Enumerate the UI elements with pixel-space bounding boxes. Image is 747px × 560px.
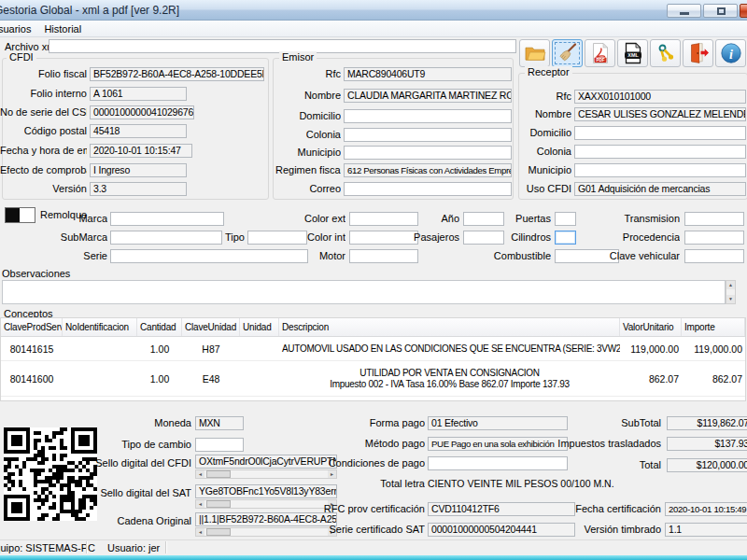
color-ext-label: Color ext: [278, 212, 345, 226]
procedencia-field[interactable]: [684, 231, 744, 245]
emisor-colonia-field[interactable]: [344, 128, 512, 142]
header-valorunitario[interactable]: ValorUnitario: [620, 318, 682, 336]
fecha-cert-label: Fecha certificación: [542, 502, 661, 516]
codigo-postal-field[interactable]: 45418: [90, 124, 187, 138]
receptor-rfc-label: Rfc: [509, 90, 571, 104]
xml-icon: XML: [622, 42, 644, 64]
close-button[interactable]: [740, 4, 747, 18]
clave-vehicular-field[interactable]: [684, 249, 744, 263]
window-bottom-edge: [0, 555, 747, 560]
observaciones-scrollbar[interactable]: ▲ ▼: [726, 280, 736, 304]
concepto-row[interactable]: 80141615 1.00 H87 AUTOMOVIL USADO EN LAS…: [1, 337, 745, 361]
impuestos-trasladados-field[interactable]: $137.93: [667, 437, 747, 451]
cell-claveunidad: H87: [182, 343, 240, 355]
scroll-up-icon[interactable]: ▲: [726, 281, 735, 289]
motor-label: Motor: [278, 249, 345, 263]
color-int-field[interactable]: [349, 231, 418, 245]
svg-text:i: i: [729, 48, 733, 62]
pasajeros-label: Pasajeros: [411, 231, 459, 245]
receptor-municipio-field[interactable]: [574, 163, 746, 177]
cell-descripcion: UTILIDAD POR VENTA EN CONSIGNACION Impue…: [279, 368, 620, 390]
concepto-row[interactable]: 80141600 1.00 E48 UTILIDAD POR VENTA EN …: [1, 361, 745, 397]
moneda-field[interactable]: MXN: [195, 416, 244, 430]
transmision-field[interactable]: [684, 212, 744, 226]
fecha-cert-field[interactable]: 2020-10-01 10:15:49: [665, 502, 747, 516]
menu-usuarios[interactable]: Usuarios: [0, 23, 37, 35]
emisor-municipio-field[interactable]: [344, 146, 512, 160]
anio-label: Año: [411, 212, 459, 226]
total-label: Total: [542, 458, 661, 472]
header-descripcion[interactable]: Descripcion: [279, 318, 620, 336]
cell-cantidad: 1.00: [137, 373, 182, 385]
tipo-label: Tipo: [196, 231, 245, 245]
version-field[interactable]: 3.3: [90, 182, 187, 196]
observaciones-label: Observaciones: [2, 267, 70, 281]
scroll-thumb[interactable]: [206, 528, 231, 536]
fecha-emision-field[interactable]: 2020-10-01 10:15:47: [90, 144, 192, 158]
folio-interno-field[interactable]: A 1061: [90, 87, 187, 101]
scroll-thumb[interactable]: [206, 500, 231, 508]
receptor-rfc-field[interactable]: XAXX010101000: [574, 90, 746, 104]
scroll-thumb[interactable]: [206, 470, 231, 478]
scroll-left-icon[interactable]: ◄: [196, 528, 204, 536]
app-window: Gestoria Global - xml a pdf [ver 9.2R] U…: [0, 0, 747, 560]
statusbar-divider: [165, 541, 166, 553]
scroll-left-icon[interactable]: ◄: [196, 470, 204, 478]
receptor-colonia-label: Colonia: [509, 145, 571, 159]
clean-button[interactable]: [552, 39, 583, 67]
puertas-field[interactable]: [555, 212, 576, 226]
serie-label: Serie: [37, 249, 107, 263]
window-title: Gestoria Global - xml a pdf [ver 9.2R]: [0, 4, 179, 17]
descripcion-line2: Impuesto 002 - IVA Tasa 16.00% Base 862.…: [282, 379, 617, 390]
header-claveunidad[interactable]: ClaveUnidad: [182, 318, 240, 336]
total-field[interactable]: $120,000.00: [667, 458, 747, 472]
regimen-fiscal-field[interactable]: 612 Personas Físicas con Actividades Emp…: [344, 163, 512, 177]
toggle-knob-icon: [6, 208, 20, 222]
version-timbrado-field[interactable]: 1.1: [665, 523, 747, 537]
emisor-correo-field[interactable]: [344, 182, 512, 196]
info-button[interactable]: i: [715, 39, 746, 67]
receptor-colonia-field[interactable]: [574, 145, 746, 159]
cilindros-field[interactable]: [555, 231, 576, 245]
header-cantidad[interactable]: Cantidad: [137, 318, 182, 336]
receptor-domicilio-field[interactable]: [574, 126, 746, 140]
header-claveprodserv[interactable]: ClaveProdServ: [1, 318, 63, 336]
color-ext-field[interactable]: [349, 212, 418, 226]
menu-historial[interactable]: Historial: [37, 23, 88, 35]
observaciones-textarea[interactable]: [2, 280, 726, 304]
pdf-button[interactable]: PDF: [585, 39, 615, 67]
remolque-toggle[interactable]: [5, 207, 35, 223]
tipo-cambio-field[interactable]: [195, 438, 244, 452]
header-importe[interactable]: Importe: [682, 318, 745, 336]
minimize-button[interactable]: [667, 4, 701, 18]
condiciones-pago-label: Condiciones de pago: [308, 456, 425, 470]
xml-button[interactable]: XML: [617, 39, 648, 67]
color-int-label: Color int: [278, 231, 345, 245]
motor-field[interactable]: [349, 249, 418, 263]
cfdi-group-title: CFDI: [7, 51, 36, 63]
marca-field[interactable]: [110, 212, 224, 226]
serie-cert-sat-label: Serie certificado SAT: [299, 523, 425, 537]
scroll-down-icon[interactable]: ▼: [726, 295, 735, 303]
header-unidad[interactable]: Unidad: [240, 318, 279, 336]
scroll-left-icon[interactable]: ◄: [196, 500, 204, 508]
subtotal-field[interactable]: $119,862.07: [667, 416, 747, 430]
keys-button[interactable]: [650, 39, 681, 67]
emisor-domicilio-field[interactable]: [344, 109, 512, 123]
open-folder-button[interactable]: [519, 39, 550, 67]
efecto-comprobante-field[interactable]: I Ingreso: [90, 163, 187, 177]
exit-button[interactable]: [683, 39, 713, 67]
cell-valorunitario: 862.07: [620, 373, 682, 385]
emisor-rfc-field[interactable]: MARC890406UT9: [344, 67, 512, 81]
header-noidentificacion[interactable]: NoIdentificacion: [63, 318, 137, 336]
uso-cfdi-field[interactable]: G01 Adquisición de mercancias: [574, 182, 746, 196]
metodo-pago-label: Método pago: [308, 437, 425, 451]
emisor-municipio-label: Municipio: [275, 146, 341, 160]
receptor-nombre-field[interactable]: CESAR ULISES GONZALEZ MELENDEZ: [574, 107, 746, 121]
serie-csd-field[interactable]: 00001000000410296760: [90, 105, 194, 119]
maximize-button[interactable]: [703, 4, 738, 18]
cell-importe: 119,000.00: [682, 343, 745, 355]
cell-claveunidad: E48: [182, 373, 240, 385]
emisor-nombre-field[interactable]: CLAUDIA MARGARITA MARTINEZ RODRIGUE: [344, 89, 512, 103]
folio-fiscal-field[interactable]: BF52B972-B60A-4EC8-A258-10DDEE5EC923: [90, 67, 264, 81]
